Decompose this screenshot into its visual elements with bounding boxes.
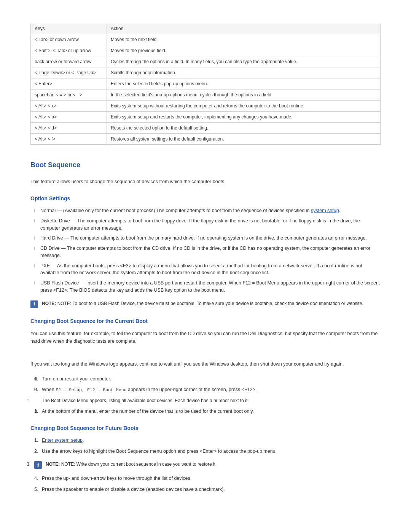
table-cell-key: back arrow or forward arrow (31, 56, 107, 67)
table-cell-action: Restores all system settings to the defa… (107, 134, 381, 145)
note-icon: ℹ (30, 300, 38, 308)
table-row: < Alt> < f>Restores all system settings … (31, 134, 381, 145)
table-cell-action: Exits system setup without restarting th… (107, 101, 381, 112)
note-icon-2: ℹ (34, 461, 42, 469)
table-cell-key: < Page Down> or < Page Up> (31, 67, 107, 78)
table-cell-key: < Shift>, < Tab> or up arrow (31, 45, 107, 56)
table-cell-action: In the selected field's pop-up options m… (107, 89, 381, 101)
future-boots-note-box: ℹNOTE: NOTE: Write down your current boo… (34, 461, 381, 469)
table-cell-key: < Alt> < b> (31, 112, 107, 123)
table-cell-action: Moves to the previous field. (107, 45, 381, 56)
table-row: < Alt> < x>Exits system setup without re… (31, 101, 381, 112)
table-row: < Alt> < d>Resets the selected option to… (31, 123, 381, 134)
table-cell-key: < Alt> < f> (31, 134, 107, 145)
boot-sequence-section: Boot Sequence This feature allows users … (30, 160, 381, 308)
current-boot-intro1: You can use this feature, for example, t… (30, 330, 381, 345)
current-boot-section: Changing Boot Sequence for the Current B… (30, 317, 381, 415)
enter-system-setup-link[interactable]: Enter system setup (42, 438, 83, 443)
option-settings-heading: Option Settings (30, 195, 381, 203)
table-row: spacebar, < = > or < - >In the selected … (31, 89, 381, 101)
table-cell-key: spacebar, < = > or < - > (31, 89, 107, 101)
future-boots-heading: Changing Boot Sequence for Future Boots (30, 424, 381, 432)
table-row: < Alt> < b>Exits system setup and restar… (31, 112, 381, 123)
option-settings-item: PXE — As the computer boots, press <F3> … (34, 262, 381, 277)
boot-device-note: The Boot Device Menu appears, listing al… (27, 397, 381, 404)
option-settings-list: Normal — (Available only for the current… (30, 207, 381, 294)
current-boot-steps: 1.Turn on or restart your computer.2.Whe… (30, 375, 381, 415)
code-inline: F2 = Setup, F12 = Boot Menu (56, 387, 126, 392)
table-header-keys: Keys (31, 23, 107, 34)
table-cell-action: Resets the selected option to the defaul… (107, 123, 381, 134)
option-settings-item: Diskette Drive — The computer attempts t… (34, 217, 381, 232)
option-settings-item: CD Drive — The computer attempts to boot… (34, 245, 381, 259)
usb-note-text: NOTE: NOTE: To boot to a USB Flash Devic… (42, 300, 363, 307)
boot-sequence-heading: Boot Sequence (30, 160, 381, 170)
future-boot-step: Press the up- and down-arrow keys to mov… (34, 475, 381, 482)
future-boots-section: Changing Boot Sequence for Future Boots … (30, 424, 381, 493)
current-boot-step: 2.When F2 = Setup, F12 = Boot Menu appea… (34, 386, 381, 393)
current-boot-intro2: If you wait too long and the Windows log… (30, 360, 381, 368)
current-boot-step: 1.Turn on or restart your computer. (34, 375, 381, 383)
future-boot-step: Use the arrow keys to highlight the Boot… (34, 448, 381, 455)
table-row: < Shift>, < Tab> or up arrowMoves to the… (31, 45, 381, 56)
future-boot-step: Enter system setup. (34, 437, 381, 444)
table-cell-action: Exits system setup and restarts the comp… (107, 112, 381, 123)
future-boots-steps: Enter system setup.Use the arrow keys to… (30, 437, 381, 493)
keys-table: Keys Action < Tab> or down arrowMoves to… (30, 23, 381, 145)
keys-table-container: Keys Action < Tab> or down arrowMoves to… (30, 23, 381, 145)
usb-note-box: ℹ NOTE: NOTE: To boot to a USB Flash Dev… (30, 300, 381, 308)
current-boot-step: 3.At the bottom of the menu, enter the n… (34, 408, 381, 415)
future-boot-step: Press the spacebar to enable or disable … (34, 486, 381, 493)
table-cell-key: < Tab> or down arrow (31, 34, 107, 45)
table-header-action: Action (107, 23, 381, 34)
table-cell-key: < Enter> (31, 78, 107, 89)
option-settings-item: Normal — (Available only for the current… (34, 207, 381, 214)
table-cell-action: Enters the selected field's pop-up optio… (107, 78, 381, 89)
note-wrapper: ℹNOTE: NOTE: Write down your current boo… (27, 461, 381, 469)
table-row: < Tab> or down arrowMoves to the next fi… (31, 34, 381, 45)
table-cell-key: < Alt> < x> (31, 101, 107, 112)
table-cell-action: Moves to the next field. (107, 34, 381, 45)
table-row: back arrow or forward arrowCycles throug… (31, 56, 381, 67)
boot-sequence-intro: This feature allows users to change the … (30, 178, 381, 185)
table-cell-key: < Alt> < d> (31, 123, 107, 134)
option-settings-item: USB Flash Device — Insert the memory dev… (34, 280, 381, 294)
table-row: < Enter>Enters the selected field's pop-… (31, 78, 381, 89)
option-settings-item: Hard Drive — The computer attempts to bo… (34, 235, 381, 242)
table-row: < Page Down> or < Page Up>Scrolls throug… (31, 67, 381, 78)
table-cell-action: Cycles through the options in a field. I… (107, 56, 381, 67)
table-cell-action: Scrolls through help information. (107, 67, 381, 78)
option-settings-section: Option Settings Normal — (Available only… (30, 195, 381, 308)
future-boots-note-text: NOTE: NOTE: Write down your current boot… (46, 461, 217, 468)
system-setup-link[interactable]: system setup (311, 208, 339, 213)
current-boot-heading: Changing Boot Sequence for the Current B… (30, 317, 381, 325)
